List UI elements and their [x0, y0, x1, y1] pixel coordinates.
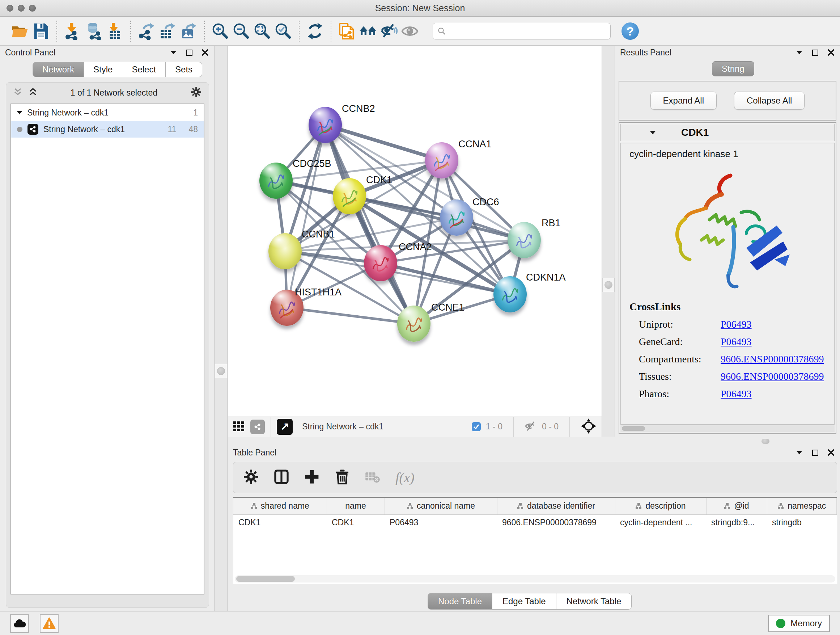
network-node-cdkn1a[interactable]: [493, 276, 527, 312]
panel-menu-caret-icon[interactable]: [795, 49, 803, 57]
network-collection-row[interactable]: String Network – cdk1 1: [11, 104, 204, 121]
collapse-all-networks-icon[interactable]: [13, 88, 22, 98]
panel-float-icon[interactable]: [811, 49, 819, 57]
import-network-database-button[interactable]: [83, 21, 104, 42]
cell-description[interactable]: cyclin-dependent ...: [615, 515, 706, 530]
right-splitter[interactable]: [602, 46, 615, 437]
cell-name[interactable]: CDK1: [327, 515, 385, 530]
column-header[interactable]: canonical name: [385, 498, 497, 515]
open-session-button[interactable]: [9, 21, 30, 42]
cell-shared-name[interactable]: CDK1: [233, 515, 327, 530]
memory-button[interactable]: Memory: [768, 615, 830, 632]
grid-view-icon[interactable]: [233, 420, 245, 433]
birdseye-view-icon[interactable]: ↗: [277, 419, 293, 435]
expand-all-button[interactable]: Expand All: [651, 92, 717, 110]
expand-all-networks-icon[interactable]: [28, 88, 37, 98]
network-node-rb1[interactable]: [508, 222, 541, 258]
splitter-grip[interactable]: [761, 439, 769, 444]
tab-node-table[interactable]: Node Table: [428, 593, 493, 610]
table-row[interactable]: CDK1 CDK1 P06493 9606.ENSP00000378699 cy…: [233, 515, 837, 530]
splitter-grip[interactable]: [602, 278, 615, 292]
network-node-cdk1[interactable]: [333, 178, 366, 214]
results-horizontal-scrollbar[interactable]: [621, 425, 835, 432]
network-node-ccna1[interactable]: [425, 142, 458, 179]
zoom-in-button[interactable]: [210, 21, 231, 42]
tab-style[interactable]: Style: [84, 62, 122, 77]
crosslink-link[interactable]: 9606.ENSP00000378699: [721, 371, 824, 382]
network-node-ccnb1[interactable]: [268, 233, 302, 269]
crosslink-link[interactable]: 9606.ENSP00000378699: [721, 353, 824, 365]
cloud-status-button[interactable]: [10, 614, 29, 633]
table-horizontal-scrollbar[interactable]: [235, 575, 835, 583]
show-all-button[interactable]: [399, 21, 420, 42]
panel-float-icon[interactable]: [185, 49, 193, 57]
tab-edge-table[interactable]: Edge Table: [493, 593, 556, 610]
warning-status-button[interactable]: [40, 614, 58, 633]
network-node-cdc6[interactable]: [440, 200, 473, 236]
panel-close-icon[interactable]: [827, 448, 835, 456]
panel-menu-caret-icon[interactable]: [169, 49, 177, 57]
panel-close-icon[interactable]: [827, 49, 835, 57]
table-panel: Table Panel f(x) shared name name: [228, 446, 840, 611]
horizontal-splitter[interactable]: [228, 437, 840, 446]
export-table-button[interactable]: [157, 21, 178, 42]
import-string-network-button[interactable]: [336, 21, 357, 42]
network-options-gear-icon[interactable]: [191, 87, 202, 99]
tab-select[interactable]: Select: [122, 62, 166, 77]
network-row[interactable]: String Network – cdk1 1148: [11, 121, 204, 138]
export-network-button[interactable]: [136, 21, 157, 42]
help-button[interactable]: ?: [622, 22, 639, 40]
export-image-button[interactable]: [178, 21, 199, 42]
tab-network[interactable]: Network: [33, 62, 84, 77]
search-input[interactable]: [449, 27, 606, 36]
crosslink-link[interactable]: P06493: [721, 336, 752, 348]
collapse-all-button[interactable]: Collapse All: [734, 92, 805, 110]
fit-selected-crosshair-icon[interactable]: [581, 418, 597, 435]
column-header[interactable]: namespac: [767, 498, 837, 515]
left-splitter[interactable]: [214, 46, 227, 611]
network-node-ccna2[interactable]: [364, 245, 397, 281]
hide-selected-button[interactable]: [378, 21, 399, 42]
import-table-button[interactable]: [104, 21, 125, 42]
column-header[interactable]: shared name: [233, 498, 327, 515]
cell-canonical-name[interactable]: P06493: [385, 515, 497, 530]
save-session-button[interactable]: [30, 21, 51, 42]
selected-count-checkbox[interactable]: [472, 422, 481, 431]
tab-network-table[interactable]: Network Table: [556, 593, 632, 610]
delete-column-trash-icon[interactable]: [335, 469, 350, 486]
tree-expand-caret-icon[interactable]: [17, 111, 22, 114]
show-columns-icon[interactable]: [274, 469, 289, 486]
zoom-selected-button[interactable]: [273, 21, 294, 42]
create-column-plus-icon[interactable]: [304, 469, 319, 486]
network-edge[interactable]: [325, 125, 442, 160]
node-section-header[interactable]: CDK1: [621, 124, 835, 141]
cell-database-identifier[interactable]: 9606.ENSP00000378699: [497, 515, 615, 530]
column-header[interactable]: description: [615, 498, 706, 515]
column-header[interactable]: @id: [706, 498, 767, 515]
network-node-ccne1[interactable]: [397, 306, 431, 342]
network-edge[interactable]: [287, 308, 414, 324]
network-canvas[interactable]: CCNB2CCNA1CDC25BCDK1CDC6RB1CCNB1CCNA2CDK…: [228, 46, 602, 416]
string-style-icon[interactable]: [250, 420, 265, 434]
tab-string[interactable]: String: [712, 61, 754, 76]
column-header[interactable]: name: [327, 498, 385, 515]
tab-sets[interactable]: Sets: [166, 62, 202, 77]
string-home-button[interactable]: [357, 21, 378, 42]
network-node-ccnb2[interactable]: [309, 107, 342, 143]
zoom-fit-button[interactable]: [252, 21, 273, 42]
cell-namespace[interactable]: stringdb: [767, 515, 837, 530]
network-node-cdc25b[interactable]: [259, 163, 293, 199]
crosslink-link[interactable]: P06493: [721, 318, 752, 330]
table-options-gear-icon[interactable]: [243, 469, 259, 486]
crosslink-link[interactable]: P06493: [721, 388, 752, 400]
cell-id[interactable]: stringdb:9...: [706, 515, 767, 530]
panel-float-icon[interactable]: [811, 448, 819, 456]
import-network-file-button[interactable]: [62, 21, 83, 42]
zoom-out-button[interactable]: [231, 21, 252, 42]
refresh-button[interactable]: [305, 21, 325, 42]
column-header[interactable]: database identifier: [497, 498, 615, 515]
section-collapse-caret-icon[interactable]: [650, 131, 656, 134]
splitter-grip[interactable]: [215, 364, 227, 378]
panel-menu-caret-icon[interactable]: [795, 448, 803, 456]
panel-close-icon[interactable]: [201, 49, 209, 57]
